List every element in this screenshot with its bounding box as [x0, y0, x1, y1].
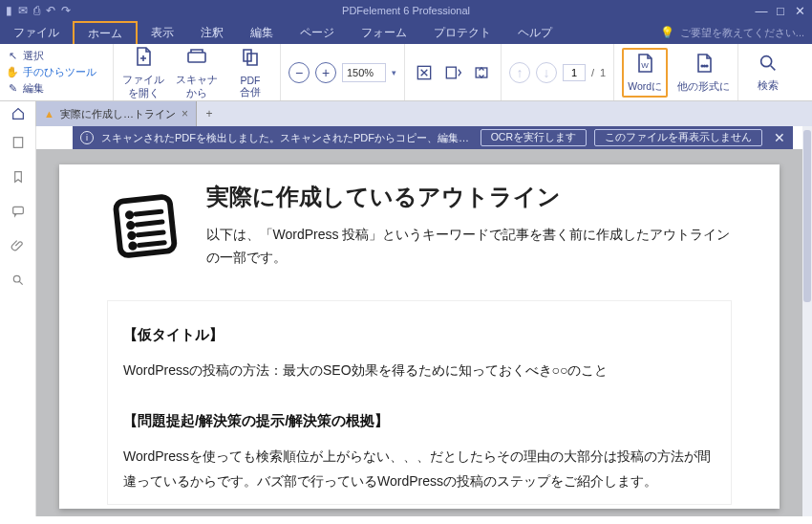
app-icon: ▮: [6, 4, 12, 17]
bookmarks-icon[interactable]: [10, 168, 27, 186]
tell-me-hint[interactable]: ご要望を教えてください...: [680, 26, 804, 40]
ribbon-convert-group: W Wordに 他の形式に: [613, 44, 737, 100]
tab-close-button[interactable]: ×: [182, 107, 188, 120]
svg-point-11: [13, 275, 20, 282]
menu-view[interactable]: 表示: [138, 21, 187, 44]
window-controls: — □ ✕: [753, 4, 812, 18]
fit-page-button[interactable]: [413, 61, 436, 84]
ribbon: ↖選択 ✋手のひらツール ✎編集 ファイル を開く スキャナ から PDF 合併…: [0, 44, 812, 101]
document-tab-title: 実際に作成し…トライン: [60, 107, 176, 121]
svg-line-18: [138, 232, 163, 235]
home-icon: [11, 106, 26, 121]
start-tab[interactable]: [0, 101, 36, 126]
doc-section-box: 【仮タイトル】 WordPressの投稿の方法：最大のSEO効果を得るために知っ…: [107, 300, 732, 505]
pdf-page: 実際に作成しているアウトライン 以下は、「WordPress 投稿」というキーワ…: [59, 164, 780, 509]
menu-edit[interactable]: 編集: [237, 21, 287, 44]
workspace: i スキャンされたPDFを検出しました。スキャンされたPDFからコピー、編集、テ…: [0, 126, 802, 516]
new-tab-button[interactable]: +: [197, 101, 222, 126]
select-tool-label: 選択: [23, 49, 44, 63]
mail-icon[interactable]: ✉: [18, 4, 28, 17]
merge-icon: [239, 46, 262, 73]
svg-rect-9: [13, 138, 22, 148]
warning-icon: ▲: [44, 108, 54, 120]
ribbon-tool-mode: ↖選択 ✋手のひらツール ✎編集: [0, 44, 113, 100]
page-total: 1: [600, 67, 606, 78]
search-button[interactable]: 検索: [746, 53, 790, 93]
svg-line-14: [136, 211, 161, 214]
svg-text:W: W: [641, 61, 649, 70]
select-tool[interactable]: ↖選択: [6, 49, 107, 63]
redo-icon[interactable]: ↷: [61, 4, 71, 17]
svg-rect-0: [188, 53, 205, 62]
fit-height-button[interactable]: [470, 61, 493, 84]
to-other-button[interactable]: 他の形式に: [677, 52, 730, 94]
section1-body: WordPressの投稿の方法：最大のSEO効果を得るために知っておくべき○○の…: [123, 358, 716, 383]
open-file-button[interactable]: ファイル を開く: [121, 45, 165, 100]
fit-width-button[interactable]: [441, 61, 464, 84]
svg-line-16: [137, 222, 162, 225]
menu-form[interactable]: フォーム: [348, 21, 420, 44]
section2-body: WordPressを使っても検索順位が上がらない、、、だとしたらその理由の大部分…: [123, 444, 716, 494]
svg-rect-12: [116, 196, 175, 255]
section2-heading: 【問題提起/解決策の提示/解決策の根拠】: [123, 412, 716, 430]
doc-heading: 実際に作成しているアウトライン: [206, 182, 733, 212]
title-bar: ▮ ✉ ⎙ ↶ ↷ PDFelement 6 Professional — □ …: [0, 0, 812, 21]
scroll-thumb[interactable]: [803, 130, 811, 302]
document-tab-strip: ▲ 実際に作成し…トライン × +: [0, 101, 812, 126]
quick-access-toolbar: ▮ ✉ ⎙ ↶ ↷: [0, 4, 71, 17]
hand-tool[interactable]: ✋手のひらツール: [6, 65, 107, 79]
vertical-scrollbar[interactable]: [802, 126, 812, 516]
comments-icon[interactable]: [10, 203, 27, 220]
info-icon: i: [80, 131, 94, 144]
banner-close-button[interactable]: ✕: [770, 130, 785, 145]
pencil-icon: ✎: [6, 82, 19, 95]
document-tab[interactable]: ▲ 実際に作成し…トライン ×: [36, 101, 197, 126]
hand-icon: ✋: [6, 66, 19, 78]
prev-page-button[interactable]: ↑: [509, 62, 530, 83]
next-page-button[interactable]: ↓: [536, 62, 557, 83]
close-button[interactable]: ✕: [791, 4, 808, 18]
maximize-button[interactable]: □: [772, 4, 789, 18]
run-ocr-button[interactable]: OCRを実行します: [481, 129, 587, 146]
side-panel-rail: [0, 126, 36, 516]
print-icon[interactable]: ⎙: [33, 4, 40, 17]
menu-bar: ファイル ホーム 表示 注釈 編集 ページ フォーム プロテクト ヘルプ 💡 ご…: [0, 21, 812, 44]
minimize-button[interactable]: —: [753, 4, 770, 18]
menu-file[interactable]: ファイル: [0, 21, 73, 44]
find-icon[interactable]: [10, 272, 27, 289]
ribbon-page-nav-group: ↑ ↓ / 1: [501, 44, 613, 100]
zoom-dropdown-icon[interactable]: ▾: [392, 68, 396, 77]
svg-point-17: [130, 233, 135, 238]
from-scanner-button[interactable]: スキャナ から: [175, 45, 219, 100]
svg-point-19: [131, 244, 136, 249]
svg-point-6: [703, 65, 705, 67]
menu-comment[interactable]: 注釈: [187, 21, 237, 44]
zoom-out-button[interactable]: −: [288, 62, 310, 83]
svg-point-7: [706, 65, 708, 67]
menu-help[interactable]: ヘルプ: [504, 21, 566, 44]
to-word-button[interactable]: W Wordに: [622, 48, 668, 98]
menu-page[interactable]: ページ: [287, 21, 348, 44]
menu-home[interactable]: ホーム: [73, 21, 138, 44]
svg-rect-10: [12, 207, 23, 213]
dismiss-banner-button[interactable]: このファイルを再表示しません: [594, 129, 762, 146]
thumbnails-icon[interactable]: [10, 134, 27, 151]
menu-protect[interactable]: プロテクト: [420, 21, 504, 44]
svg-point-15: [128, 223, 133, 228]
page-number-input[interactable]: [563, 64, 586, 81]
zoom-input[interactable]: [342, 63, 386, 82]
lightbulb-icon: 💡: [660, 26, 674, 39]
svg-point-13: [127, 213, 132, 218]
edit-tool[interactable]: ✎編集: [6, 81, 107, 96]
pdf-merge-button[interactable]: PDF 合併: [228, 46, 272, 99]
section1-heading: 【仮タイトル】: [123, 326, 716, 344]
page-canvas[interactable]: 実際に作成しているアウトライン 以下は、「WordPress 投稿」というキーワ…: [36, 149, 802, 516]
hand-tool-label: 手のひらツール: [23, 65, 96, 79]
ribbon-search-group: 検索: [737, 44, 798, 100]
undo-icon[interactable]: ↶: [46, 4, 55, 17]
file-plus-icon: [132, 45, 155, 72]
search-label: 検索: [758, 79, 779, 93]
zoom-in-button[interactable]: +: [315, 62, 336, 83]
other-file-icon: [693, 52, 716, 78]
attachments-icon[interactable]: [10, 237, 27, 254]
